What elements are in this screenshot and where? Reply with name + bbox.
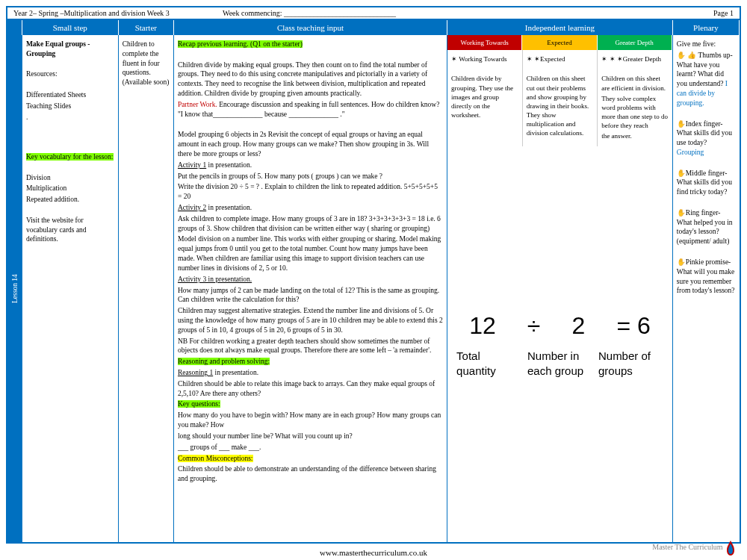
doc-title: Year 2– Spring –Multiplication and divis… bbox=[13, 9, 223, 17]
teach-p: Children may suggest alternative strateg… bbox=[178, 306, 443, 335]
vocab-item: Division bbox=[26, 173, 114, 183]
wt-text: Children divide by grouping. They use th… bbox=[451, 74, 518, 119]
lesson-plan-page: Year 2– Spring –Multiplication and divis… bbox=[6, 6, 741, 544]
division-diagram: 12 ÷ 2 = 6 Total quantity Number in each… bbox=[447, 146, 672, 542]
vocab-heading: Key vocabulary for the lesson: bbox=[26, 153, 114, 161]
plenary-ring: ✋Ring finger- What helped you in today's… bbox=[677, 208, 736, 246]
cm-hl: Common Misconceptions: bbox=[178, 455, 253, 462]
partner-work: Partner Work. bbox=[178, 101, 217, 108]
wt-stars: ✶ Working Towards bbox=[451, 55, 518, 63]
resource-item: Differentiated Sheets bbox=[26, 90, 114, 100]
ex-text: Children on this sheet cut out their pro… bbox=[527, 74, 594, 137]
resources-heading: Resources: bbox=[26, 69, 114, 79]
content-row: Lesson 14 Make Equal groups - Grouping R… bbox=[7, 35, 740, 542]
eq-divisor: 2 bbox=[572, 310, 586, 342]
vocab-item: Repeated addition. bbox=[26, 195, 114, 205]
plenary-ans: Grouping bbox=[677, 149, 704, 156]
lbl-total: Total quantity bbox=[453, 349, 524, 379]
page-number: Page 1 bbox=[689, 9, 734, 17]
rps-hl: Reasoning and problem solving: bbox=[178, 358, 270, 365]
vocab-note: Visit the website for vocabulary cards a… bbox=[26, 216, 114, 244]
teach-p: Children should be able to relate this i… bbox=[178, 379, 443, 399]
independent-cell: Working Towards Expected Greater Depth ✶… bbox=[447, 35, 673, 542]
independent-head: Independent learning bbox=[447, 20, 673, 35]
ex-head: Expected bbox=[522, 35, 597, 50]
plenary-head: Plenary bbox=[673, 20, 740, 35]
step-title: Make Equal groups - Grouping bbox=[26, 40, 114, 59]
wt-head: Working Towards bbox=[447, 35, 522, 50]
diff-body: ✶ Working Towards Children divide by gro… bbox=[447, 50, 672, 146]
vocab-item: Multiplication bbox=[26, 184, 114, 193]
ex-stars: ✶ ✶Expected bbox=[527, 55, 594, 63]
teach-p: Put the pencils in groups of 5. How many… bbox=[178, 172, 443, 181]
top-bar: Year 2– Spring –Multiplication and divis… bbox=[7, 7, 740, 20]
lesson-number-tab: Lesson 14 bbox=[7, 35, 22, 542]
plenary-pinkie: ✋Pinkie promise- What will you make sure… bbox=[677, 258, 736, 296]
activity-1: Activity 1 bbox=[178, 161, 206, 169]
footer-url: www.masterthecurriculum.co.uk bbox=[0, 548, 747, 557]
teach-p: Write the division 20 ÷ 5 = ? . Explain … bbox=[178, 182, 443, 202]
teach-p: long should your number line be? What wi… bbox=[178, 432, 443, 441]
smallstep-cell: Make Equal groups - Grouping Resources: … bbox=[22, 35, 119, 542]
plenary-index: ✋Index finger- What skills did you use t… bbox=[677, 120, 732, 147]
diff-header: Working Towards Expected Greater Depth bbox=[447, 35, 672, 50]
teach-p: Model division on a number line. This wo… bbox=[178, 234, 443, 273]
plenary-thumbs: ✋ 👍 Thumbs up- What have you learnt? Wha… bbox=[677, 52, 733, 87]
gd-text: They solve complex word problems with mo… bbox=[601, 94, 669, 131]
teach-p: NB For children working a greater depth … bbox=[178, 337, 443, 356]
lesson-col-head bbox=[7, 20, 22, 35]
plenary-middle: ✋Middle finger- What skills did you find… bbox=[677, 169, 736, 197]
eq-divide: ÷ bbox=[527, 310, 541, 342]
reasoning-1: Reasoning 1 bbox=[178, 369, 213, 376]
brand-text: Master The Curriculum bbox=[652, 543, 722, 551]
resource-item: Teaching Slides bbox=[26, 102, 114, 111]
teach-p: Children should be able to demonstrate a… bbox=[178, 464, 443, 484]
eq-result: = 6 bbox=[616, 310, 650, 342]
kq-hl: Key questions: bbox=[178, 400, 220, 408]
activity-2: Activity 2 bbox=[178, 204, 206, 211]
teach-p: Ask children to complete image. How many… bbox=[178, 214, 443, 234]
gd-cell: ✶ ✶ ✶Greater Depth Children on this shee… bbox=[598, 50, 672, 146]
teach-p: How many jumps of 2 can be made landing … bbox=[178, 286, 443, 305]
starter-head: Starter bbox=[119, 20, 174, 35]
teach-p: Children divide by making equal groups. … bbox=[178, 61, 427, 97]
recap-hl: Recap previous learning. (Q1 on the star… bbox=[178, 40, 303, 48]
gd-stars: ✶ ✶ ✶Greater Depth bbox=[601, 55, 669, 63]
plenary-cell: Give me five: ✋ 👍 Thumbs up- What have y… bbox=[673, 35, 740, 542]
teach-p: Model grouping 6 objects in 2s Revisit t… bbox=[178, 130, 443, 158]
smallstep-head: Small step bbox=[22, 20, 119, 35]
teach-p: ___ groups of ___ make ___. bbox=[178, 444, 261, 451]
activity-3: Activity 3 in presentation. bbox=[178, 275, 443, 284]
column-headers: Small step Starter Class teaching input … bbox=[7, 20, 740, 35]
starter-cell: Children to complete the fluent in four … bbox=[119, 35, 174, 542]
teach-p: How many do you have to begin with? How … bbox=[178, 411, 443, 430]
teach-p: Encourage discussion and speaking in ful… bbox=[178, 101, 440, 118]
wt-cell: ✶ Working Towards Children divide by gro… bbox=[447, 50, 523, 146]
ex-cell: ✶ ✶Expected Children on this sheet cut o… bbox=[523, 50, 598, 146]
week-commencing: Week commencing: _______________________… bbox=[223, 9, 689, 17]
equation-row: 12 ÷ 2 = 6 bbox=[453, 310, 666, 342]
gd-text: the answer. bbox=[601, 131, 669, 140]
lbl-groups: Number of groups bbox=[595, 349, 666, 379]
gd-head: Greater Depth bbox=[598, 35, 672, 50]
plenary-heading: Give me five: bbox=[677, 40, 736, 49]
eq-total: 12 bbox=[469, 310, 496, 342]
brand-logo: Master The Curriculum bbox=[652, 541, 737, 556]
teaching-cell: Recap previous learning. (Q1 on the star… bbox=[174, 35, 447, 542]
lbl-each: Number in each group bbox=[524, 349, 595, 379]
teaching-head: Class teaching input bbox=[174, 20, 447, 35]
gd-text: Children on this sheet are efficient in … bbox=[601, 74, 669, 92]
label-row: Total quantity Number in each group Numb… bbox=[453, 349, 666, 379]
flame-icon bbox=[725, 541, 737, 556]
